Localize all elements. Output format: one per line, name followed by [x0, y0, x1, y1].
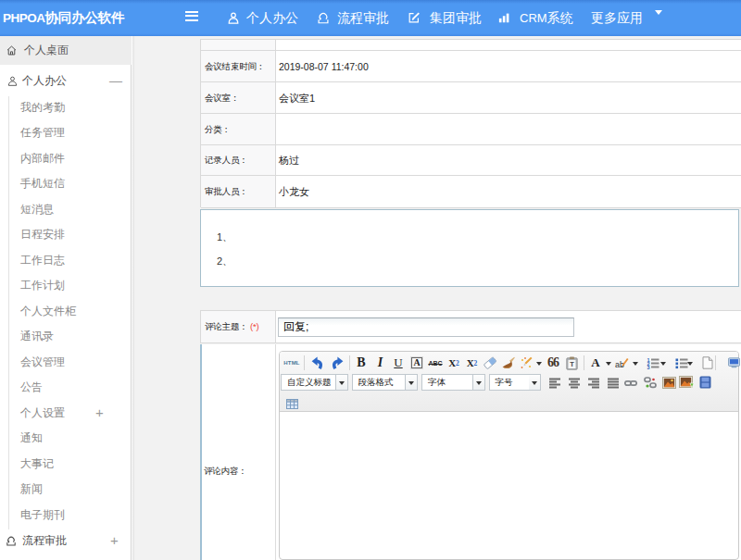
svg-text:3: 3 [647, 365, 650, 369]
svg-text:T: T [570, 360, 574, 368]
